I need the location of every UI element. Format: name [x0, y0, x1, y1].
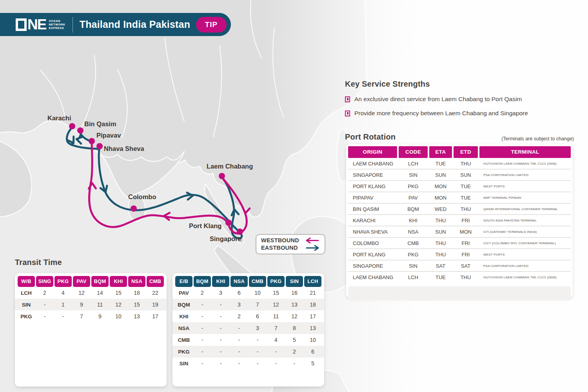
eta-cell: THU — [429, 218, 452, 223]
table-row[interactable]: PKG-----26 — [172, 346, 324, 358]
strength-text: An exclusive direct service from Laem Ch… — [354, 96, 522, 103]
etd-cell: THU — [454, 161, 478, 167]
value-cell: 15 — [128, 301, 145, 308]
table-row[interactable]: PORT KLANGPKGTHUFRIWEST PORTS — [348, 249, 571, 260]
eta-cell: SUN — [429, 172, 452, 178]
table-row[interactable]: SINGAPORESINSATSATPSA CORPORATION LIMITE… — [348, 260, 571, 272]
port-dot-port-klang[interactable] — [225, 220, 232, 226]
terminal-cell: AMP TERMINAL PIPAVAV — [479, 196, 571, 200]
value-cell: 3 — [249, 325, 266, 331]
terminal-cell: WEST PORTS — [479, 253, 571, 256]
value-cell: - — [54, 313, 72, 319]
value-cell: 2 — [36, 290, 53, 296]
origin-cell: BIN QASIM — [348, 206, 397, 212]
column-header-cmb: CMB — [249, 276, 266, 287]
terminal-cell: PSA CORPORATION LIMITED — [479, 264, 571, 268]
table-row[interactable]: KHI--26111217 — [172, 310, 324, 322]
key-service-strengths-section: Key Service Strengths An exclusive direc… — [345, 80, 576, 117]
service-code-badge[interactable]: TIP — [196, 17, 227, 33]
table-row[interactable]: LCH241214151822 — [15, 287, 167, 299]
value-cell: 1 — [54, 301, 72, 308]
table-row[interactable]: CMB----4510 — [172, 334, 324, 346]
terminal-cell: GTI (GATEWAY TERMINALS INDIA) — [479, 230, 571, 234]
value-cell: 7 — [267, 325, 285, 331]
column-header-sing: SING — [36, 276, 53, 287]
port-dot-karachi[interactable] — [69, 123, 75, 129]
etd-cell: MON — [454, 229, 478, 235]
westbound-arrow-icon — [305, 238, 320, 243]
table-row[interactable]: COLOMBOCMBTHUFRICICT (COLOMBO INTL CONTA… — [348, 238, 571, 249]
port-dot-nhava-sheva[interactable] — [96, 143, 103, 149]
row-label: BQM — [175, 302, 192, 308]
code-cell: CMB — [399, 240, 428, 246]
value-cell: 14 — [91, 290, 109, 296]
column-header-w-b: W/B — [18, 276, 35, 287]
row-label: SIN — [175, 361, 192, 367]
eta-cell: MON — [429, 195, 452, 201]
code-cell: KHI — [399, 218, 428, 223]
origin-cell: NHAVA SHEVA — [348, 229, 397, 235]
value-cell: 10 — [304, 337, 321, 343]
table-row[interactable]: PAV23610151621 — [172, 287, 324, 299]
value-cell: 13 — [286, 301, 303, 308]
port-dot-pipavav[interactable] — [89, 138, 95, 144]
table-row[interactable]: LAEM CHABANGLCHTUETHUHUTCHISON LAEM CHAB… — [348, 272, 571, 283]
column-header-etd: ETD — [454, 146, 478, 158]
eastbound-label: EASTBOUND — [261, 244, 299, 252]
table-row[interactable]: PORT KLANGPKGMONTUEWEST PORTS — [348, 181, 571, 192]
table-row[interactable]: SIN-1911121519 — [15, 299, 167, 310]
value-cell: 2 — [286, 348, 303, 355]
service-title: Thailand India Pakistan — [80, 19, 190, 30]
one-logo-o-icon — [16, 18, 27, 31]
port-dot-colombo[interactable] — [131, 205, 137, 212]
one-logo: NE OCEAN NETWORK EXPRESS — [16, 18, 65, 31]
value-cell: - — [249, 337, 266, 343]
value-cell: 22 — [147, 290, 164, 296]
value-cell: 6 — [230, 290, 248, 296]
value-cell: - — [249, 348, 266, 355]
value-cell: - — [212, 360, 229, 367]
value-cell: 10 — [110, 313, 127, 319]
etd-cell: TUE — [454, 183, 478, 189]
value-cell: 15 — [110, 290, 127, 296]
row-label: NSA — [175, 325, 192, 331]
table-row[interactable]: NHAVA SHEVANSASUNMONGTI (GATEWAY TERMINA… — [348, 226, 571, 238]
value-cell: 6 — [249, 313, 266, 319]
table-row[interactable]: PKG--79101317 — [15, 310, 167, 322]
one-logo-ne: NE — [27, 19, 46, 31]
port-label-karachi: Karachi — [47, 114, 71, 122]
code-cell: BQM — [399, 206, 428, 212]
etd-cell: FRI — [454, 252, 478, 258]
value-cell: - — [212, 348, 229, 355]
value-cell: 18 — [304, 301, 321, 308]
column-header-terminal: TERMINAL — [479, 146, 571, 158]
port-rotation-table: ORIGINCODEETAETDTERMINAL LAEM CHABANGLCH… — [346, 144, 573, 298]
eastbound-arrow-icon — [305, 245, 320, 251]
value-cell: - — [230, 325, 248, 331]
port-dot-bin-qasim[interactable] — [77, 127, 83, 134]
table-row[interactable]: NSA---37813 — [172, 322, 324, 334]
table-row[interactable]: PIPAPAVPAVMONTUEAMP TERMINAL PIPAVAV — [348, 192, 571, 203]
value-cell: 2 — [230, 313, 248, 319]
table-row[interactable]: BIN QASIMBQMWEDTHUQASIM INTERNATIONAL CO… — [348, 203, 571, 215]
origin-cell: LAEM CHABANG — [348, 274, 397, 280]
port-dot-laem-chabang[interactable] — [219, 173, 225, 179]
origin-cell: SINGAPORE — [348, 263, 397, 269]
port-rotation-footer — [348, 286, 571, 300]
table-row[interactable]: SIN------5 — [172, 358, 324, 369]
row-label: KHI — [175, 314, 192, 319]
value-cell: 17 — [147, 313, 164, 319]
port-label-laem-chabang: Laem Chabang — [207, 163, 253, 170]
code-cell: PKG — [399, 183, 428, 189]
eta-cell: THU — [429, 252, 452, 258]
port-dot-singapore[interactable] — [237, 229, 243, 235]
table-row[interactable]: KARACHIKHITHUFRISOUTH ASIA PAKISTAN TERM… — [348, 215, 571, 226]
column-header-cmb: CMB — [147, 276, 164, 287]
table-row[interactable]: SINGAPORESINSUNSUNPSA CORPORATION LIMITE… — [348, 169, 571, 181]
column-header-khi: KHI — [110, 276, 127, 287]
terminal-cell: HUTCHISON LAEM CHABANG TML C1C2 (2836) — [479, 162, 571, 165]
origin-cell: LAEM CHABANG — [348, 161, 397, 167]
table-row[interactable]: LAEM CHABANGLCHTUETHUHUTCHISON LAEM CHAB… — [348, 158, 571, 169]
value-cell: - — [194, 348, 211, 355]
table-row[interactable]: BQM--37121318 — [172, 299, 324, 310]
